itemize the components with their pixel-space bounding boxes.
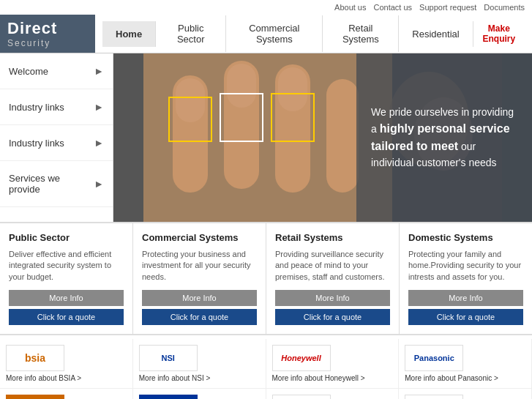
nav-public-sector[interactable]: Public Sector — [156, 15, 226, 52]
svg-rect-9 — [278, 67, 307, 111]
hero-text-overlay: We pride ourselves in providing a highly… — [356, 53, 532, 222]
main-nav: Home Public Sector Commercial Systems Re… — [95, 15, 532, 52]
hero-section: We pride ourselves in providing a highly… — [113, 53, 532, 222]
panasonic-logo: Panasonic — [405, 345, 463, 371]
partner-nsi: NSI More info about NSI > — [133, 339, 266, 389]
svg-rect-3 — [176, 78, 205, 122]
card-domestic-title: Domestic Systems — [408, 232, 523, 243]
card-commercial-title: Commercial Systems — [142, 232, 257, 243]
card-retail-title: Retail Systems — [275, 232, 390, 243]
card-commercial-desc: Protecting your business and investment … — [142, 249, 257, 283]
honeywell-link[interactable]: More info about Honeywell > — [272, 374, 365, 382]
sidebar-item-welcome[interactable]: Welcome ► — [0, 53, 113, 89]
sidebar-welcome-arrow: ► — [94, 65, 104, 77]
sidebar-services-label: Services we provide — [9, 173, 94, 195]
header: Direct Security Home Public Sector Comme… — [0, 15, 532, 53]
svg-rect-6 — [227, 64, 256, 108]
pelco-logo: Pelco — [272, 395, 331, 399]
card-retail-quote[interactable]: Click for a quote — [275, 309, 390, 325]
card-commercial-quote[interactable]: Click for a quote — [142, 309, 257, 325]
sidebar-item-industry-links-1[interactable]: Industry links ► — [0, 89, 113, 125]
nav-retail-systems[interactable]: Retail Systems — [323, 15, 399, 52]
sidebar-services-arrow: ► — [94, 178, 104, 190]
nav-home[interactable]: Home — [102, 21, 156, 47]
sidebar-item-industry-links-2[interactable]: Industry links ► — [0, 125, 113, 161]
about-us-link[interactable]: About us — [334, 3, 366, 12]
cards-section: Public Sector Deliver effective and effi… — [0, 222, 532, 334]
bsia-link[interactable]: More info about BSIA > — [6, 374, 81, 382]
main-content: Welcome ► Industry links ► Industry link… — [0, 53, 532, 222]
card-public-sector-title: Public Sector — [9, 232, 124, 243]
partner-pelco: Pelco More info about Pelco > — [266, 389, 400, 399]
sidebar: Welcome ► Industry links ► Industry link… — [0, 53, 113, 222]
card-public-sector-quote[interactable]: Click for a quote — [9, 309, 124, 325]
card-domestic-more-info[interactable]: More Info — [408, 290, 523, 306]
partner-honeywell: Honeywell More info about Honeywell > — [266, 339, 400, 389]
sidebar-welcome-label: Welcome — [9, 66, 48, 77]
logo-direct-text: Direct — [7, 19, 88, 38]
card-retail-desc: Providing surveillance security and peac… — [275, 249, 390, 283]
sidebar-industry-links-2-arrow: ► — [94, 137, 104, 149]
card-commercial-systems: Commercial Systems Protecting your busin… — [133, 223, 266, 334]
svg-rect-11 — [326, 79, 359, 193]
card-commercial-more-info[interactable]: More Info — [142, 290, 257, 306]
card-public-sector-more-info[interactable]: More Info — [9, 290, 124, 306]
bsia-logo: bsia — [6, 345, 64, 371]
make-enquiry-button[interactable]: Make Enquiry — [473, 20, 525, 48]
sidebar-industry-links-2-label: Industry links — [9, 138, 64, 149]
card-public-sector: Public Sector Deliver effective and effi… — [0, 223, 133, 334]
card-domestic-desc: Protecting your family and home.Providin… — [408, 249, 523, 283]
logo-security-text: Security — [7, 38, 88, 48]
nav-commercial-systems[interactable]: Commercial Systems — [226, 15, 323, 52]
nsi-logo: NSI — [139, 345, 198, 371]
card-domestic-systems: Domestic Systems Protecting your family … — [400, 223, 532, 334]
card-retail-more-info[interactable]: More Info — [275, 290, 390, 306]
nav-residential[interactable]: Residential — [399, 21, 473, 47]
metro-logo: Metropolitan Police — [139, 395, 198, 399]
surelock-logo: Surelock — [405, 395, 463, 399]
card-domestic-quote[interactable]: Click for a quote — [408, 309, 523, 325]
nsi-link[interactable]: More info about NSI > — [139, 374, 211, 382]
homeoffice-logo: Home Office — [6, 395, 64, 399]
hero-tagline: We pride ourselves in providing a highly… — [371, 105, 517, 171]
card-public-sector-desc: Deliver effective and efficient integrat… — [9, 249, 124, 283]
partner-bsia: bsia More info about BSIA > — [0, 339, 133, 389]
support-request-link[interactable]: Support request — [419, 3, 476, 12]
documents-link[interactable]: Documents — [484, 3, 525, 12]
contact-us-link[interactable]: Contact us — [373, 3, 412, 12]
honeywell-logo: Honeywell — [272, 345, 331, 371]
partner-surelock: Surelock More info about Surelock > — [399, 389, 532, 399]
logo[interactable]: Direct Security — [0, 15, 95, 53]
partner-homeoffice: Home Office More info about Home Office — [0, 389, 133, 399]
panasonic-link[interactable]: More info about Panasonic > — [405, 374, 498, 382]
card-retail-systems: Retail Systems Providing surveillance se… — [266, 223, 400, 334]
sidebar-industry-links-1-arrow: ► — [94, 101, 104, 113]
sidebar-industry-links-1-label: Industry links — [9, 102, 64, 113]
partners-section: bsia More info about BSIA > NSI More inf… — [0, 334, 532, 399]
sidebar-item-services[interactable]: Services we provide ► — [0, 161, 113, 207]
partner-metro: Metropolitan Police More info about Metr… — [133, 389, 266, 399]
top-bar: About us Contact us Support request Docu… — [0, 0, 532, 15]
partner-panasonic: Panasonic More info about Panasonic > — [399, 339, 532, 389]
